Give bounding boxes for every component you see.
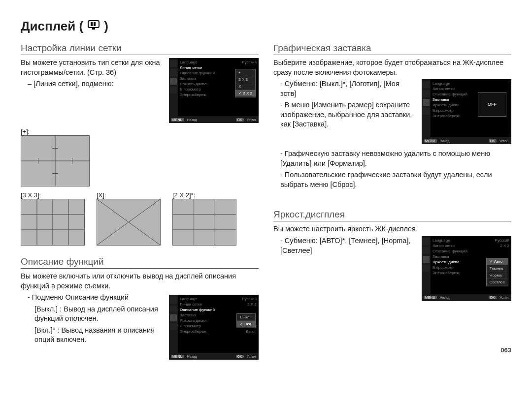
grid-popup: + 3 X 3 X 2 X 2 bbox=[235, 69, 256, 97]
start-popup: OFF bbox=[478, 92, 506, 117]
start-bullet-3: - Графическую заставку невозможно удалит… bbox=[280, 149, 511, 168]
grid-3x3-diagram bbox=[21, 199, 85, 246]
grid-2x2-diagram bbox=[172, 199, 236, 246]
func-text-1: Вы можете включить или отключить вывод н… bbox=[21, 272, 259, 291]
svg-rect-2 bbox=[94, 22, 96, 26]
grid-2x2-label: [2 X 2]*: bbox=[172, 191, 236, 199]
svg-rect-3 bbox=[92, 28, 95, 30]
camera-ui-bright: LanguageРусский Линия сетки2 X 2 Описани… bbox=[422, 236, 511, 301]
display-tab-icon bbox=[170, 78, 177, 85]
grid-x-label: [X]: bbox=[97, 191, 161, 199]
camera-ui-start: Language Линия сетки Описание функций За… bbox=[422, 79, 511, 144]
camera-ui-func: LanguageРусский Линия сетки2 X 2 Описани… bbox=[169, 295, 259, 360]
page-title: Дисплей ( ) bbox=[21, 19, 511, 34]
grid-x-diagram bbox=[97, 199, 161, 246]
page-number: 063 bbox=[500, 346, 511, 354]
grid-plus-label: [+]: bbox=[21, 128, 90, 135]
section-title-func: Описание функций bbox=[21, 256, 259, 269]
display-icon bbox=[87, 19, 100, 34]
section-title-start: Графическая заставка bbox=[273, 43, 511, 55]
bright-popup: Авто Темнее Норма Светлее bbox=[486, 258, 508, 286]
left-column: Настройка линии сетки LanguageРусский Ли… bbox=[21, 39, 259, 363]
section-title-bright: Яркост.дисгплея bbox=[273, 209, 511, 221]
start-bullet-4: - Пользовательские графические заставки … bbox=[280, 170, 511, 189]
title-suffix: ) bbox=[104, 19, 108, 34]
section-title-grid: Настройка линии сетки bbox=[21, 43, 259, 55]
func-popup: Выкл. Вкл. bbox=[236, 313, 256, 328]
grid-plus-diagram bbox=[21, 135, 90, 186]
camera-ui-grid: LanguageРусский Линия сетки Описание фун… bbox=[169, 58, 259, 123]
start-text-1: Выберите изображение, которое будет отоб… bbox=[273, 58, 511, 77]
right-column: Графическая заставка Выберите изображени… bbox=[273, 39, 511, 363]
grid-3x3-label: [3 X 3]: bbox=[21, 191, 85, 199]
svg-rect-1 bbox=[91, 22, 93, 26]
title-prefix: Дисплей ( bbox=[21, 19, 83, 34]
bright-text-1: Вы можете настроить яркость ЖК-дисплея. bbox=[273, 224, 511, 234]
